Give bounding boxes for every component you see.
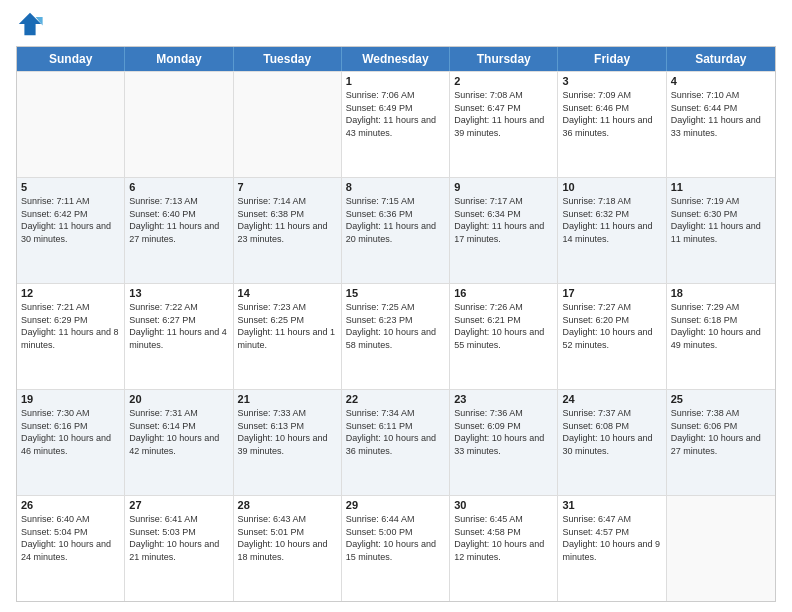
- day-number: 30: [454, 499, 553, 511]
- cell-info: Sunrise: 7:33 AM Sunset: 6:13 PM Dayligh…: [238, 407, 337, 457]
- cell-info: Sunrise: 7:22 AM Sunset: 6:27 PM Dayligh…: [129, 301, 228, 351]
- day-number: 9: [454, 181, 553, 193]
- calendar-cell: [17, 72, 125, 177]
- cell-info: Sunrise: 6:45 AM Sunset: 4:58 PM Dayligh…: [454, 513, 553, 563]
- day-number: 10: [562, 181, 661, 193]
- calendar-cell: 31Sunrise: 6:47 AM Sunset: 4:57 PM Dayli…: [558, 496, 666, 601]
- calendar-cell: 7Sunrise: 7:14 AM Sunset: 6:38 PM Daylig…: [234, 178, 342, 283]
- calendar-cell: 8Sunrise: 7:15 AM Sunset: 6:36 PM Daylig…: [342, 178, 450, 283]
- calendar-header: SundayMondayTuesdayWednesdayThursdayFrid…: [17, 47, 775, 71]
- day-number: 12: [21, 287, 120, 299]
- cell-info: Sunrise: 7:36 AM Sunset: 6:09 PM Dayligh…: [454, 407, 553, 457]
- cell-info: Sunrise: 7:31 AM Sunset: 6:14 PM Dayligh…: [129, 407, 228, 457]
- cell-info: Sunrise: 7:08 AM Sunset: 6:47 PM Dayligh…: [454, 89, 553, 139]
- cell-info: Sunrise: 7:29 AM Sunset: 6:18 PM Dayligh…: [671, 301, 771, 351]
- day-number: 19: [21, 393, 120, 405]
- calendar-row: 19Sunrise: 7:30 AM Sunset: 6:16 PM Dayli…: [17, 389, 775, 495]
- day-number: 24: [562, 393, 661, 405]
- day-number: 7: [238, 181, 337, 193]
- calendar: SundayMondayTuesdayWednesdayThursdayFrid…: [16, 46, 776, 602]
- calendar-day-header: Wednesday: [342, 47, 450, 71]
- day-number: 28: [238, 499, 337, 511]
- calendar-cell: [125, 72, 233, 177]
- cell-info: Sunrise: 6:44 AM Sunset: 5:00 PM Dayligh…: [346, 513, 445, 563]
- calendar-cell: 4Sunrise: 7:10 AM Sunset: 6:44 PM Daylig…: [667, 72, 775, 177]
- calendar-day-header: Monday: [125, 47, 233, 71]
- calendar-row: 1Sunrise: 7:06 AM Sunset: 6:49 PM Daylig…: [17, 71, 775, 177]
- day-number: 15: [346, 287, 445, 299]
- cell-info: Sunrise: 7:11 AM Sunset: 6:42 PM Dayligh…: [21, 195, 120, 245]
- day-number: 8: [346, 181, 445, 193]
- cell-info: Sunrise: 6:47 AM Sunset: 4:57 PM Dayligh…: [562, 513, 661, 563]
- calendar-cell: 20Sunrise: 7:31 AM Sunset: 6:14 PM Dayli…: [125, 390, 233, 495]
- day-number: 4: [671, 75, 771, 87]
- calendar-cell: 11Sunrise: 7:19 AM Sunset: 6:30 PM Dayli…: [667, 178, 775, 283]
- calendar-cell: 6Sunrise: 7:13 AM Sunset: 6:40 PM Daylig…: [125, 178, 233, 283]
- header: [16, 10, 776, 38]
- calendar-day-header: Friday: [558, 47, 666, 71]
- day-number: 2: [454, 75, 553, 87]
- day-number: 23: [454, 393, 553, 405]
- calendar-cell: 16Sunrise: 7:26 AM Sunset: 6:21 PM Dayli…: [450, 284, 558, 389]
- day-number: 26: [21, 499, 120, 511]
- calendar-row: 12Sunrise: 7:21 AM Sunset: 6:29 PM Dayli…: [17, 283, 775, 389]
- calendar-cell: 9Sunrise: 7:17 AM Sunset: 6:34 PM Daylig…: [450, 178, 558, 283]
- cell-info: Sunrise: 7:37 AM Sunset: 6:08 PM Dayligh…: [562, 407, 661, 457]
- day-number: 22: [346, 393, 445, 405]
- cell-info: Sunrise: 7:18 AM Sunset: 6:32 PM Dayligh…: [562, 195, 661, 245]
- calendar-day-header: Saturday: [667, 47, 775, 71]
- day-number: 14: [238, 287, 337, 299]
- day-number: 21: [238, 393, 337, 405]
- cell-info: Sunrise: 6:41 AM Sunset: 5:03 PM Dayligh…: [129, 513, 228, 563]
- day-number: 16: [454, 287, 553, 299]
- cell-info: Sunrise: 6:40 AM Sunset: 5:04 PM Dayligh…: [21, 513, 120, 563]
- day-number: 29: [346, 499, 445, 511]
- day-number: 5: [21, 181, 120, 193]
- cell-info: Sunrise: 7:10 AM Sunset: 6:44 PM Dayligh…: [671, 89, 771, 139]
- cell-info: Sunrise: 7:25 AM Sunset: 6:23 PM Dayligh…: [346, 301, 445, 351]
- calendar-cell: 24Sunrise: 7:37 AM Sunset: 6:08 PM Dayli…: [558, 390, 666, 495]
- cell-info: Sunrise: 7:14 AM Sunset: 6:38 PM Dayligh…: [238, 195, 337, 245]
- cell-info: Sunrise: 7:21 AM Sunset: 6:29 PM Dayligh…: [21, 301, 120, 351]
- calendar-cell: 23Sunrise: 7:36 AM Sunset: 6:09 PM Dayli…: [450, 390, 558, 495]
- day-number: 27: [129, 499, 228, 511]
- calendar-cell: [234, 72, 342, 177]
- cell-info: Sunrise: 7:30 AM Sunset: 6:16 PM Dayligh…: [21, 407, 120, 457]
- calendar-cell: 29Sunrise: 6:44 AM Sunset: 5:00 PM Dayli…: [342, 496, 450, 601]
- calendar-cell: 12Sunrise: 7:21 AM Sunset: 6:29 PM Dayli…: [17, 284, 125, 389]
- cell-info: Sunrise: 7:26 AM Sunset: 6:21 PM Dayligh…: [454, 301, 553, 351]
- calendar-day-header: Thursday: [450, 47, 558, 71]
- calendar-cell: 27Sunrise: 6:41 AM Sunset: 5:03 PM Dayli…: [125, 496, 233, 601]
- calendar-row: 26Sunrise: 6:40 AM Sunset: 5:04 PM Dayli…: [17, 495, 775, 601]
- page: SundayMondayTuesdayWednesdayThursdayFrid…: [0, 0, 792, 612]
- cell-info: Sunrise: 7:19 AM Sunset: 6:30 PM Dayligh…: [671, 195, 771, 245]
- calendar-cell: 18Sunrise: 7:29 AM Sunset: 6:18 PM Dayli…: [667, 284, 775, 389]
- calendar-cell: 22Sunrise: 7:34 AM Sunset: 6:11 PM Dayli…: [342, 390, 450, 495]
- day-number: 6: [129, 181, 228, 193]
- calendar-cell: 3Sunrise: 7:09 AM Sunset: 6:46 PM Daylig…: [558, 72, 666, 177]
- cell-info: Sunrise: 7:06 AM Sunset: 6:49 PM Dayligh…: [346, 89, 445, 139]
- day-number: 11: [671, 181, 771, 193]
- calendar-cell: 30Sunrise: 6:45 AM Sunset: 4:58 PM Dayli…: [450, 496, 558, 601]
- cell-info: Sunrise: 7:13 AM Sunset: 6:40 PM Dayligh…: [129, 195, 228, 245]
- calendar-cell: 14Sunrise: 7:23 AM Sunset: 6:25 PM Dayli…: [234, 284, 342, 389]
- svg-marker-0: [19, 13, 41, 35]
- day-number: 13: [129, 287, 228, 299]
- calendar-cell: 28Sunrise: 6:43 AM Sunset: 5:01 PM Dayli…: [234, 496, 342, 601]
- calendar-cell: 15Sunrise: 7:25 AM Sunset: 6:23 PM Dayli…: [342, 284, 450, 389]
- calendar-cell: 26Sunrise: 6:40 AM Sunset: 5:04 PM Dayli…: [17, 496, 125, 601]
- cell-info: Sunrise: 7:17 AM Sunset: 6:34 PM Dayligh…: [454, 195, 553, 245]
- cell-info: Sunrise: 7:15 AM Sunset: 6:36 PM Dayligh…: [346, 195, 445, 245]
- calendar-row: 5Sunrise: 7:11 AM Sunset: 6:42 PM Daylig…: [17, 177, 775, 283]
- calendar-cell: 1Sunrise: 7:06 AM Sunset: 6:49 PM Daylig…: [342, 72, 450, 177]
- calendar-cell: 21Sunrise: 7:33 AM Sunset: 6:13 PM Dayli…: [234, 390, 342, 495]
- calendar-cell: 2Sunrise: 7:08 AM Sunset: 6:47 PM Daylig…: [450, 72, 558, 177]
- calendar-cell: 5Sunrise: 7:11 AM Sunset: 6:42 PM Daylig…: [17, 178, 125, 283]
- calendar-cell: 25Sunrise: 7:38 AM Sunset: 6:06 PM Dayli…: [667, 390, 775, 495]
- cell-info: Sunrise: 7:38 AM Sunset: 6:06 PM Dayligh…: [671, 407, 771, 457]
- cell-info: Sunrise: 7:23 AM Sunset: 6:25 PM Dayligh…: [238, 301, 337, 351]
- logo: [16, 10, 48, 38]
- day-number: 20: [129, 393, 228, 405]
- day-number: 1: [346, 75, 445, 87]
- calendar-cell: [667, 496, 775, 601]
